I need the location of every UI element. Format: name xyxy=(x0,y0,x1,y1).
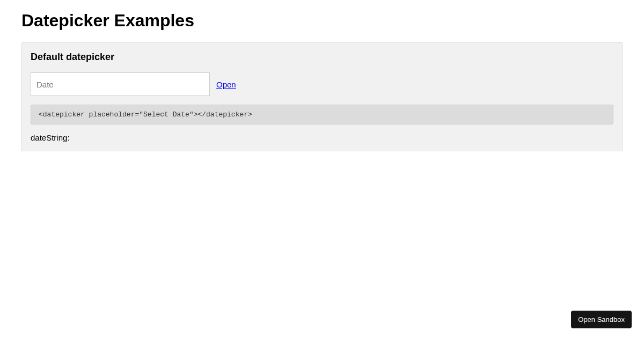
status-line: dateString: xyxy=(31,133,613,142)
example-card: Default datepicker Open <datepicker plac… xyxy=(21,42,623,151)
input-row: Open xyxy=(31,72,613,96)
open-datepicker-link[interactable]: Open xyxy=(216,80,236,89)
status-label: dateString: xyxy=(31,133,70,142)
date-input[interactable] xyxy=(31,72,210,96)
example-heading: Default datepicker xyxy=(31,52,613,63)
page-title: Datepicker Examples xyxy=(21,11,623,31)
code-snippet: <datepicker placeholder="Select Date"></… xyxy=(31,105,613,124)
open-sandbox-button[interactable]: Open Sandbox xyxy=(571,311,632,328)
